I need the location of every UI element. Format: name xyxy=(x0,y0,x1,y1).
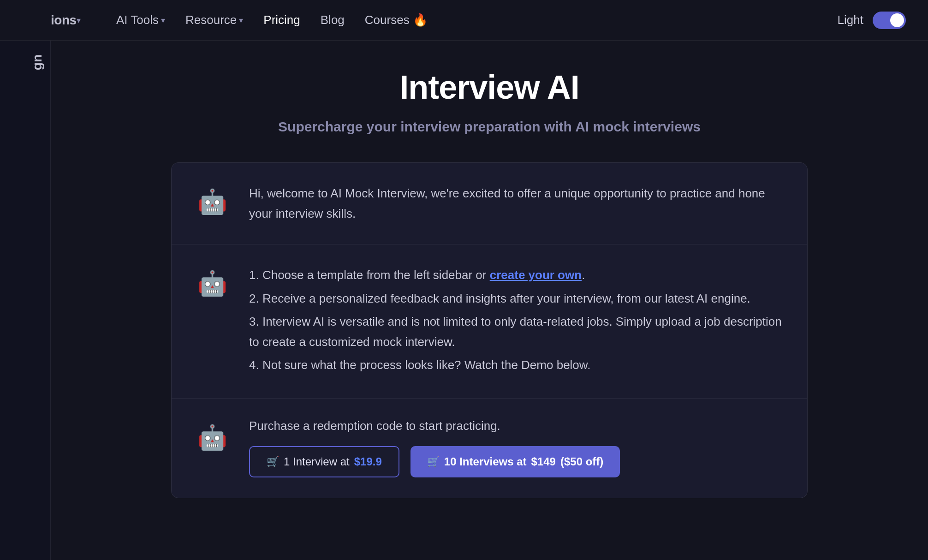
bulk-interview-label: 10 Interviews at xyxy=(444,455,527,468)
robot-icon-3: 🤖 xyxy=(194,419,231,456)
purchase-section: 🤖 Purchase a redemption code to start pr… xyxy=(172,399,807,498)
main-content: Interview AI Supercharge your interview … xyxy=(51,41,928,535)
nav-ai-tools-chevron: ▾ xyxy=(161,15,165,25)
step-1-prefix: 1. Choose a template from the left sideb… xyxy=(249,268,490,282)
theme-label: Light xyxy=(838,13,863,27)
step-3: 3. Interview AI is versatile and is not … xyxy=(249,311,785,352)
nav-item-courses[interactable]: Courses 🔥 xyxy=(357,9,435,31)
nav-right: Light xyxy=(838,12,906,29)
toggle-knob xyxy=(890,13,904,27)
nav-pricing-label: Pricing xyxy=(263,13,300,27)
nav-ai-tools-label: AI Tools xyxy=(116,13,159,27)
nav-item-ai-tools[interactable]: AI Tools ▾ xyxy=(109,9,173,31)
step-2: 2. Receive a personalized feedback and i… xyxy=(249,288,785,309)
bulk-interview-price: $149 xyxy=(531,455,556,468)
robot-icon-1: 🤖 xyxy=(194,183,231,220)
sidebar-partial: gn xyxy=(0,41,51,560)
welcome-text: Hi, welcome to AI Mock Interview, we're … xyxy=(249,183,785,224)
nav-resource-label: Resource xyxy=(185,13,237,27)
create-own-link[interactable]: create your own xyxy=(490,268,582,282)
bulk-interview-button[interactable]: 🛒 10 Interviews at $149 ($50 off) xyxy=(410,446,620,477)
purchase-content: Purchase a redemption code to start prac… xyxy=(249,419,620,477)
single-interview-label: 1 Interview at xyxy=(284,455,350,468)
step-4: 4. Not sure what the process looks like?… xyxy=(249,355,785,375)
nav-item-blog[interactable]: Blog xyxy=(313,9,352,31)
nav-resource-chevron: ▾ xyxy=(239,15,243,25)
bulk-interview-suffix: ($50 off) xyxy=(560,455,603,468)
sidebar-partial-text: gn xyxy=(30,54,45,70)
nav-courses-label: Courses 🔥 xyxy=(365,13,428,27)
steps-section: 🤖 1. Choose a template from the left sid… xyxy=(172,244,807,399)
single-interview-price: $19.9 xyxy=(354,455,382,468)
nav-solutions-chevron: ▾ xyxy=(77,15,81,25)
navbar: ions ▾ AI Tools ▾ Resource ▾ Pricing Blo… xyxy=(0,0,928,41)
step-1: 1. Choose a template from the left sideb… xyxy=(249,265,785,285)
page-title: Interview AI xyxy=(399,68,579,106)
steps-text: 1. Choose a template from the left sideb… xyxy=(249,265,785,378)
nav-left-text: ions xyxy=(51,13,77,28)
page-subtitle: Supercharge your interview preparation w… xyxy=(278,119,701,135)
nav-item-resource[interactable]: Resource ▾ xyxy=(178,9,250,31)
nav-item-pricing[interactable]: Pricing xyxy=(256,9,307,31)
nav-left-partial: ions ▾ xyxy=(51,13,101,28)
welcome-section: 🤖 Hi, welcome to AI Mock Interview, we'r… xyxy=(172,163,807,244)
single-interview-button[interactable]: 🛒 1 Interview at $19.9 xyxy=(249,446,399,477)
step-1-suffix: . xyxy=(582,268,585,282)
purchase-buttons: 🛒 1 Interview at $19.9 🛒 10 Interviews a… xyxy=(249,446,620,477)
nav-items: AI Tools ▾ Resource ▾ Pricing Blog Cours… xyxy=(109,9,435,31)
nav-blog-label: Blog xyxy=(321,13,345,27)
purchase-text: Purchase a redemption code to start prac… xyxy=(249,419,620,433)
main-card: 🤖 Hi, welcome to AI Mock Interview, we'r… xyxy=(171,162,808,498)
theme-toggle[interactable] xyxy=(873,12,906,29)
cart-icon-1: 🛒 xyxy=(267,456,279,468)
cart-icon-2: 🛒 xyxy=(427,456,440,468)
robot-icon-2: 🤖 xyxy=(194,265,231,302)
